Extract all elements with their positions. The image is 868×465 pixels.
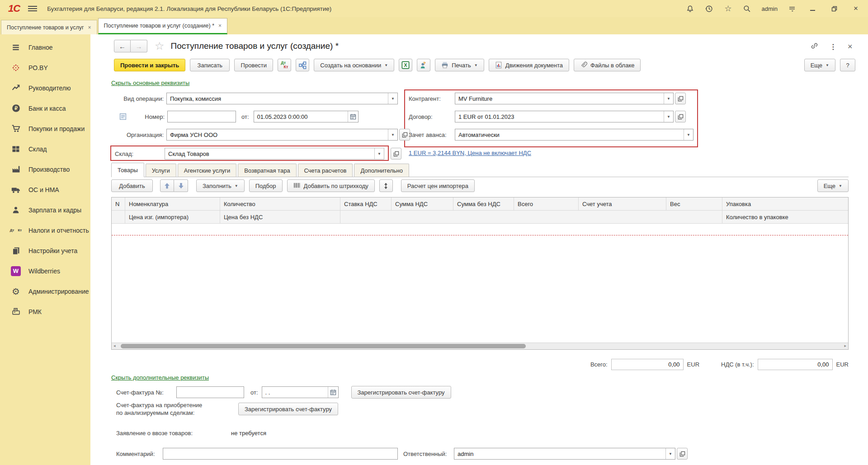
column-header[interactable]: Количество xyxy=(220,197,340,210)
window-tab-document[interactable]: Поступление товаров и услуг (создание) *… xyxy=(98,18,227,34)
sidebar-item-bank-cash[interactable]: ₽ Банк и касса xyxy=(0,98,90,118)
organization-select[interactable]: Фирма УСН ООО ▼ xyxy=(166,129,398,141)
fit-rows-button[interactable] xyxy=(379,179,393,192)
sidebar-item-manager[interactable]: Руководителю xyxy=(0,78,90,98)
tab-close-icon[interactable]: × xyxy=(88,24,91,31)
add-by-barcode-button[interactable]: Добавить по штрихкоду xyxy=(287,179,375,192)
move-row-down-button[interactable] xyxy=(174,179,188,192)
sidebar-item-taxes[interactable]: ДтКт Налоги и отчетность xyxy=(0,220,90,240)
warehouse-open-icon[interactable] xyxy=(391,148,401,160)
sidebar-item-warehouse[interactable]: Склад xyxy=(0,139,90,159)
new-row-placeholder[interactable] xyxy=(112,224,848,235)
tab-additional[interactable]: Дополнительно xyxy=(354,164,409,177)
hide-additional-requisites-link[interactable]: Скрыть дополнительные реквизиты xyxy=(111,374,209,381)
responsible-open-icon[interactable] xyxy=(677,448,688,460)
column-header[interactable]: Всего xyxy=(514,197,579,210)
column-header[interactable]: Счет учета xyxy=(579,197,666,210)
contractor-select[interactable]: MV Furniture ▼ xyxy=(455,93,674,104)
column-header[interactable]: N xyxy=(112,197,125,210)
tab-settlement-accounts[interactable]: Счета расчетов xyxy=(298,164,353,177)
dropdown-arrow-icon[interactable]: ▼ xyxy=(664,111,673,122)
document-movements-button[interactable]: Движения документа xyxy=(489,59,569,71)
hide-main-requisites-link[interactable]: Скрыть основные реквизиты xyxy=(111,80,189,86)
column-header[interactable]: Вес xyxy=(666,197,722,210)
move-row-up-button[interactable] xyxy=(160,179,174,192)
contractor-open-icon[interactable] xyxy=(675,93,686,104)
sidebar-item-main[interactable]: Главное xyxy=(0,37,90,57)
dropdown-arrow-icon[interactable]: ▼ xyxy=(388,129,397,140)
column-header[interactable]: Номенклатура xyxy=(125,197,220,210)
nav-forward-button[interactable]: → xyxy=(131,40,147,52)
column-header[interactable]: Сумма без НДС xyxy=(453,197,514,210)
operation-type-select[interactable]: Покупка, комиссия ▼ xyxy=(166,93,398,104)
column-header[interactable]: Упаковка xyxy=(722,197,848,210)
favorite-star-icon[interactable]: ☆ xyxy=(155,40,165,52)
importer-price-calc-button[interactable]: Расчет цен импортера xyxy=(401,179,475,192)
tab-services[interactable]: Услуги xyxy=(146,164,176,177)
window-tab-list[interactable]: Поступление товаров и услуг × xyxy=(1,20,97,34)
sidebar-item-os-nma[interactable]: ОС и НМА xyxy=(0,179,90,200)
notifications-bell-icon[interactable] xyxy=(686,4,695,13)
column-header[interactable]: Ставка НДС xyxy=(340,197,392,210)
invoice-number-input[interactable] xyxy=(176,386,244,398)
more-button[interactable]: Еще▼ xyxy=(804,59,835,71)
sidebar-item-accounting-settings[interactable]: Настройки учета xyxy=(0,240,90,261)
save-button[interactable]: Записать xyxy=(190,59,230,71)
main-menu-icon[interactable] xyxy=(28,6,37,11)
document-structure-button[interactable] xyxy=(296,59,309,71)
scrollbar-thumb[interactable] xyxy=(121,344,526,348)
add-row-button[interactable]: Добавить xyxy=(111,179,153,192)
contract-select[interactable]: 1 EUR от 01.01.2023 ▼ xyxy=(455,111,674,122)
calendar-icon[interactable] xyxy=(328,387,338,398)
invoice-date-input[interactable]: . . xyxy=(262,386,339,398)
sidebar-item-salary-hr[interactable]: Зарплата и кадры xyxy=(0,200,90,220)
search-icon[interactable] xyxy=(743,4,752,13)
cloud-files-button[interactable]: Файлы в облаке xyxy=(574,59,641,71)
comment-input[interactable] xyxy=(163,448,398,460)
fill-button[interactable]: Заполнить▼ xyxy=(196,179,245,192)
minimize-button[interactable] xyxy=(807,4,818,13)
dropdown-arrow-icon[interactable]: ▼ xyxy=(374,148,384,159)
help-button[interactable]: ? xyxy=(840,59,855,71)
restore-button[interactable] xyxy=(828,4,840,13)
dt-kt-button[interactable]: Дт Кт xyxy=(278,59,291,71)
close-document-icon[interactable]: × xyxy=(848,42,853,52)
dropdown-arrow-icon[interactable]: ▼ xyxy=(388,93,397,104)
tab-agency-services[interactable]: Агентские услуги xyxy=(178,164,237,177)
column-header[interactable]: Количество в упаковке xyxy=(722,211,848,223)
favorites-star-icon[interactable]: ☆ xyxy=(724,4,733,13)
responsible-select[interactable]: admin ▼ xyxy=(454,448,675,460)
print-button[interactable]: Печать▼ xyxy=(435,59,484,71)
advance-offset-select[interactable]: Автоматически ▼ xyxy=(455,129,693,141)
contract-open-icon[interactable] xyxy=(675,111,686,122)
post-and-close-button[interactable]: Провести и закрыть xyxy=(114,59,185,71)
excel-export-button[interactable]: X xyxy=(399,59,412,71)
scroll-right-icon[interactable]: ▸ xyxy=(844,343,846,348)
column-header[interactable]: Цена без НДС xyxy=(220,211,340,223)
dropdown-arrow-icon[interactable]: ▼ xyxy=(665,448,675,459)
sidebar-item-wildberries[interactable]: W Wildberries xyxy=(0,261,90,281)
column-header[interactable]: Сумма НДС xyxy=(392,197,453,210)
service-menu-icon[interactable] xyxy=(788,4,797,13)
sidebar-item-administration[interactable]: ⚙ Администрирование xyxy=(0,281,90,301)
sidebar-item-purchases-sales[interactable]: Покупки и продажи xyxy=(0,118,90,139)
column-header[interactable]: Цена изг. (импортера) xyxy=(125,211,220,223)
tab-returnable-packaging[interactable]: Возвратная тара xyxy=(238,164,296,177)
tab-close-icon[interactable]: × xyxy=(218,23,222,29)
date-input[interactable]: 01.05.2023 0:00:00 xyxy=(254,111,359,122)
dropdown-arrow-icon[interactable]: ▼ xyxy=(684,129,693,140)
more-dots-icon[interactable]: ⋮ xyxy=(830,42,837,51)
create-based-on-button[interactable]: Создать на основании▼ xyxy=(314,59,394,71)
user-settings-button[interactable]: ? xyxy=(417,59,430,71)
history-icon[interactable] xyxy=(705,4,714,13)
register-invoice-button[interactable]: Зарегистрировать счет-фактуру xyxy=(351,386,451,399)
number-input[interactable] xyxy=(167,111,236,122)
dropdown-arrow-icon[interactable]: ▼ xyxy=(664,93,673,104)
horizontal-scrollbar[interactable]: ◂ ▸ xyxy=(112,343,848,349)
register-acquisition-invoice-button[interactable]: Зарегистрировать счет-фактуру xyxy=(238,403,338,415)
post-button[interactable]: Провести xyxy=(234,59,273,71)
nav-back-button[interactable]: ← xyxy=(114,40,131,52)
sidebar-item-rmk[interactable]: РМК xyxy=(0,301,90,322)
currency-rate-link[interactable]: 1 EUR = 3,2144 BYN, Цена не включает НДС xyxy=(409,150,531,156)
close-window-button[interactable]: × xyxy=(850,4,862,13)
